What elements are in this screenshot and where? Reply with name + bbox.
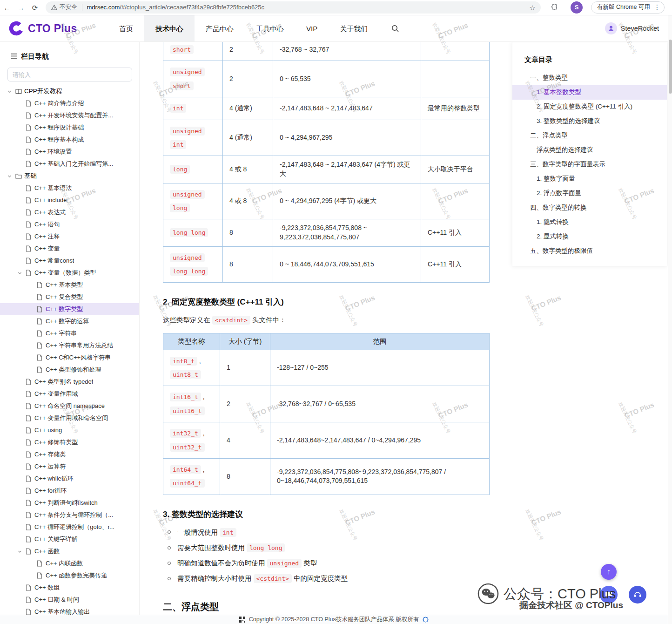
sidebar-item[interactable]: C++ 存储类 [0, 448, 139, 461]
sidebar-item[interactable]: C++ 类型修饰和处理 [0, 364, 139, 376]
sidebar-item[interactable]: C++ 基本的输入输出 [0, 606, 139, 615]
sidebar-item[interactable]: C++ 命名空间 namespace [0, 400, 139, 412]
browser-profile-avatar[interactable]: S [571, 1, 583, 14]
table-cell: 4 或 8 [223, 156, 273, 183]
caret-down-icon[interactable] [7, 89, 15, 94]
sidebar-item[interactable]: C++ 日期 & 时间 [0, 594, 139, 606]
sidebar-item[interactable]: CPP开发教程 [0, 85, 139, 97]
nav-item[interactable]: 关于我们 [329, 15, 379, 41]
caret-down-icon[interactable] [18, 549, 26, 554]
sidebar-item[interactable]: C++ 表达式 [0, 206, 139, 218]
chat-contact-button[interactable] [600, 586, 618, 604]
back-to-top-button[interactable]: ↑ [601, 564, 617, 580]
page-scrollbar[interactable] [668, 15, 672, 624]
sidebar-item[interactable]: 基础 [0, 170, 139, 182]
sidebar-item[interactable]: C++ C和C++风格字符串 [0, 352, 139, 364]
sidebar-item[interactable]: C++ 常量const [0, 255, 139, 267]
chrome-update-chip[interactable]: 有新版 Chrome 可用 ⋮ [591, 1, 665, 14]
inline-code: int8_t [170, 357, 197, 366]
toc-item[interactable]: 1. 隐式转换 [512, 215, 667, 230]
toc-item[interactable]: 1. 整数字面量 [512, 172, 667, 186]
sidebar-item[interactable]: C++ 类型别名 typedef [0, 376, 139, 388]
user-menu[interactable]: SteveRocket [605, 15, 659, 41]
integer-types-table: short2-32,768 ~ 32,767unsigned short20 ~… [163, 42, 490, 283]
sidebar-item[interactable]: C++ 基础入门之开始编写第... [0, 158, 139, 170]
doc-icon [26, 209, 34, 216]
toc-item[interactable]: 2. 固定宽度整数类型 (C++11 引入) [512, 100, 667, 114]
forward-button[interactable]: → [14, 3, 28, 13]
sidebar-item[interactable]: C++ 程序基本构成 [0, 134, 139, 146]
toc-item[interactable]: 一、整数类型 [512, 71, 667, 85]
address-bar[interactable]: 不安全 mdrsec.com /#/ctoplus_article/cecaae… [46, 1, 541, 14]
toc-item[interactable]: 五、数字类型的极限值 [512, 244, 667, 258]
security-chip[interactable]: 不安全 [51, 3, 77, 12]
sidebar-item[interactable]: C++ 程序设计基础 [0, 122, 139, 134]
sidebar-item[interactable]: C++ 注释 [0, 231, 139, 243]
sidebar-item[interactable]: C++ 内联函数 [0, 557, 139, 570]
sidebar-item[interactable]: C++ 语句 [0, 218, 139, 231]
inline-code: int [170, 104, 186, 113]
toc-item[interactable]: 二、浮点类型 [512, 129, 667, 143]
toc-item[interactable]: 3. 整数类型的选择建议 [512, 114, 667, 129]
inline-code: int64_t [170, 465, 201, 474]
caret-down-icon[interactable] [18, 271, 26, 275]
browser-menu-kebab-icon[interactable]: ⋮ [654, 3, 660, 12]
caret-down-icon[interactable] [7, 174, 15, 178]
sidebar-item[interactable]: C++ 环境设置 [0, 146, 139, 158]
header-search-icon[interactable] [391, 15, 399, 41]
table-cell: 0 ~ 4,294,967,295 (4字节) 或更大 [273, 183, 421, 219]
sidebar-item[interactable]: C++ 简介特点介绍 [0, 97, 139, 109]
refresh-button[interactable]: ⟳ [28, 3, 42, 13]
service-contact-button[interactable] [629, 586, 646, 604]
username: SteveRocket [621, 24, 659, 33]
sidebar-item[interactable]: C++ 变量作用域 [0, 388, 139, 400]
inline-code: int32_t [170, 429, 201, 438]
bookmark-star-icon[interactable]: ☆ [527, 3, 538, 13]
sidebar-item[interactable]: C++ 开发环境安装与配置并... [0, 109, 139, 122]
scrollbar-thumb[interactable] [669, 40, 672, 94]
sidebar-item[interactable]: C++ 字符串常用方法总结 [0, 339, 139, 352]
sidebar-item[interactable]: C++ 复合类型 [0, 291, 139, 303]
sidebar-item[interactable]: C++ 数字类型 [0, 303, 139, 315]
sidebar-item[interactable]: C++ while循环 [0, 473, 139, 485]
sidebar-item[interactable]: C++ 循环逻辑控制（goto、r... [0, 521, 139, 533]
nav-item[interactable]: 工具中心 [245, 15, 295, 41]
sidebar-item[interactable]: C++ 基本类型 [0, 279, 139, 291]
sidebar-item[interactable]: C++ 条件分支与循环控制（... [0, 509, 139, 521]
sidebar-item[interactable]: C++ 变量 [0, 243, 139, 255]
sidebar-item[interactable]: C++ 关键字详解 [0, 533, 139, 545]
sidebar-item[interactable]: C++ 修饰符类型 [0, 436, 139, 448]
toc-item[interactable]: 三、数字类型的字面量表示 [512, 157, 667, 172]
toc-item[interactable]: 四、数字类型的转换 [512, 201, 667, 215]
sidebar-item[interactable]: C++ 数组 [0, 582, 139, 594]
nav-item[interactable]: 产品中心 [195, 15, 245, 41]
sidebar-item[interactable]: C++ for循环 [0, 485, 139, 497]
nav-item[interactable]: 技术中心 [144, 15, 195, 41]
doc-icon [26, 584, 34, 591]
toc-item[interactable]: 2. 浮点数字面量 [512, 186, 667, 201]
sidebar-item[interactable]: C++ 判断语句if和switch [0, 497, 139, 509]
toc-item[interactable]: 浮点类型的选择建议 [512, 143, 667, 157]
back-button[interactable]: ← [0, 3, 14, 13]
sidebar-item[interactable]: C++ 运算符 [0, 461, 139, 473]
sidebar-item[interactable]: C++ 函数参数完美传递 [0, 570, 139, 582]
bullet-icon [168, 546, 171, 549]
sidebar-item[interactable]: C++ using [0, 424, 139, 436]
sidebar-item[interactable]: C++ 变量（数据）类型 [0, 267, 139, 279]
site-logo[interactable]: CTO Plus [0, 15, 108, 41]
nav-item[interactable]: 首页 [108, 15, 144, 41]
extensions-icon[interactable] [551, 4, 558, 11]
sidebar-search-input[interactable] [7, 68, 132, 81]
nav-item[interactable]: VIP [295, 15, 329, 41]
page: CTO Plus欢迎关注公众号CTO Plus欢迎关注公众号CTO Plus欢迎… [0, 0, 672, 624]
sidebar-item[interactable]: C++ 数字的运算 [0, 315, 139, 327]
sidebar-item[interactable]: C++ 基本语法 [0, 182, 139, 194]
doc-icon [26, 403, 34, 409]
toc-item[interactable]: 1. 基本整数类型 [512, 85, 667, 100]
sidebar-item[interactable]: C++ 字符串 [0, 327, 139, 339]
sidebar-item[interactable]: C++ include [0, 194, 139, 206]
toc-item[interactable]: 2. 显式转换 [512, 230, 667, 244]
sidebar-item[interactable]: C++ 函数 [0, 545, 139, 557]
sidebar-item[interactable]: C++ 变量作用域和命名空间 [0, 412, 139, 424]
advice-list: 一般情况使用 int需要大范围整数时使用 long long明确知道数值不会为负… [168, 528, 490, 583]
